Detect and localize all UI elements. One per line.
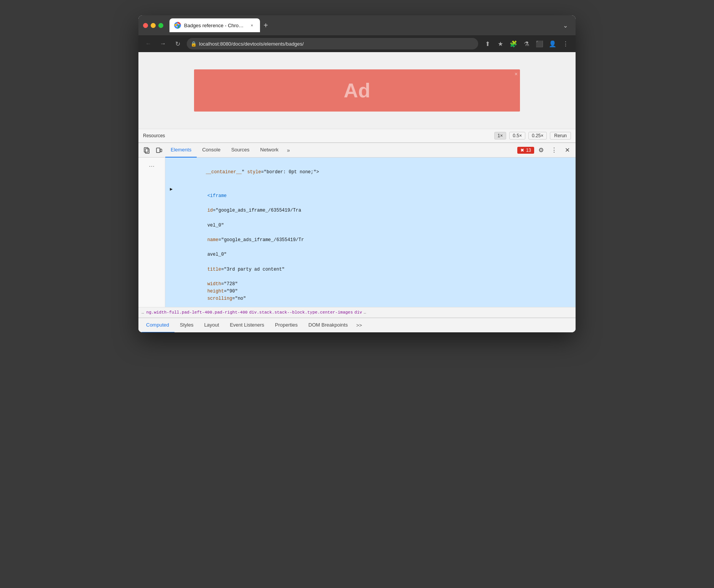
svg-rect-3	[144, 148, 148, 152]
breadcrumb-element-3[interactable]: div	[354, 310, 362, 315]
tab-sources[interactable]: Sources	[226, 143, 255, 158]
tab-dom-breakpoints[interactable]: DOM Breakpoints	[303, 318, 353, 333]
tab-network[interactable]: Network	[255, 143, 284, 158]
scale-1x-button[interactable]: 1×	[494, 132, 507, 140]
devtools-more-button[interactable]: ⋮	[548, 144, 560, 156]
error-count: 13	[526, 148, 531, 153]
dom-sidebar: ···	[138, 158, 165, 307]
tab-elements[interactable]: Elements	[165, 143, 197, 158]
maximize-button[interactable]	[158, 23, 163, 28]
bottom-more-button[interactable]: >>	[353, 322, 365, 328]
tab-console[interactable]: Console	[197, 143, 226, 158]
address-input[interactable]	[187, 38, 478, 49]
ad-close-button[interactable]: ×	[515, 71, 518, 77]
rerun-button[interactable]: Rerun	[550, 132, 571, 140]
breadcrumb-element-2[interactable]: div.stack.stack--block.type.center-image…	[249, 310, 353, 315]
extension-icon[interactable]: 🧩	[508, 38, 519, 49]
tab-layout[interactable]: Layout	[199, 318, 224, 333]
resources-bar: Resources 1× 0.5× 0.25× Rerun	[138, 129, 576, 143]
more-tabs-button[interactable]: »	[284, 147, 293, 153]
breadcrumb-dots-left: …	[141, 310, 144, 315]
share-icon[interactable]: ⬆	[482, 38, 493, 49]
error-badge[interactable]: ✖ 13	[517, 147, 534, 154]
device-icon	[156, 147, 163, 154]
breadcrumb-element-1[interactable]: ng.width-full.pad-left-400.pad-right-400	[146, 310, 248, 315]
title-bar: Badges reference - Chrome De × + ⌄	[138, 15, 576, 35]
resources-label: Resources	[143, 133, 165, 138]
svg-rect-4	[145, 149, 149, 153]
tabs-bar: Badges reference - Chrome De × + ⌄	[169, 18, 571, 32]
ad-text: Ad	[344, 79, 370, 102]
tab-title: Badges reference - Chrome De	[184, 23, 245, 28]
new-tab-button[interactable]: +	[260, 20, 271, 31]
tab-properties[interactable]: Properties	[270, 318, 303, 333]
dom-line-2: ▶ <iframe id="google_ads_iframe_/6355419…	[170, 185, 571, 307]
tab-close-button[interactable]: ×	[248, 22, 255, 29]
devtools-right-actions: ✖ 13 ⚙ ⋮ ✕	[517, 144, 573, 156]
sidebar-ellipsis: ···	[149, 162, 155, 170]
tab-event-listeners[interactable]: Event Listeners	[224, 318, 270, 333]
error-icon: ✖	[520, 148, 524, 153]
device-toolbar-button[interactable]	[153, 144, 165, 156]
dom-tree[interactable]: __container__" style="border: 0pt none;"…	[165, 158, 576, 307]
address-bar: ← → ↻ 🔒 ⬆ ★ 🧩 ⚗ ⬛ 👤 ⋮	[138, 35, 576, 52]
browser-window: Badges reference - Chrome De × + ⌄ ← → ↻…	[138, 15, 576, 332]
devtools-panel: Elements Console Sources Network » ✖ 13 …	[138, 143, 576, 332]
close-button[interactable]	[143, 23, 148, 28]
profile-icon[interactable]: 👤	[547, 38, 558, 49]
svg-rect-6	[160, 149, 162, 152]
minimize-button[interactable]	[151, 23, 156, 28]
forward-button[interactable]: →	[158, 38, 168, 49]
splitscreen-icon[interactable]: ⬛	[534, 38, 545, 49]
tab-menu-button[interactable]: ⌄	[560, 20, 571, 31]
inspect-element-button[interactable]	[141, 144, 153, 156]
settings-button[interactable]: ⚙	[535, 144, 547, 156]
chrome-favicon	[174, 22, 181, 29]
breadcrumb-dots-right: …	[364, 310, 366, 315]
devtools-bottom-tabs: Computed Styles Layout Event Listeners P…	[138, 318, 576, 332]
active-tab[interactable]: Badges reference - Chrome De ×	[169, 18, 260, 32]
menu-icon[interactable]: ⋮	[560, 38, 571, 49]
lock-icon: 🔒	[191, 41, 197, 47]
traffic-lights	[143, 23, 163, 28]
scale-05x-button[interactable]: 0.5×	[509, 132, 525, 140]
scale-025x-button[interactable]: 0.25×	[528, 132, 547, 140]
devtools-tabs: Elements Console Sources Network » ✖ 13 …	[138, 143, 576, 158]
reload-button[interactable]: ↻	[172, 38, 183, 49]
cursor-icon	[143, 147, 150, 154]
page-content: Ad ×	[138, 52, 576, 129]
experiment-icon[interactable]: ⚗	[521, 38, 532, 49]
devtools-close-button[interactable]: ✕	[561, 144, 573, 156]
address-wrap: 🔒	[187, 38, 478, 49]
tab-computed[interactable]: Computed	[141, 318, 174, 333]
tab-styles[interactable]: Styles	[174, 318, 199, 333]
svg-rect-5	[156, 148, 160, 153]
ad-banner: Ad ×	[194, 69, 520, 112]
address-actions: ⬆ ★ 🧩 ⚗ ⬛ 👤 ⋮	[482, 38, 571, 49]
devtools-body: ··· __container__" style="border: 0pt no…	[138, 158, 576, 307]
bookmark-icon[interactable]: ★	[495, 38, 506, 49]
dom-line-1: __container__" style="border: 0pt none;"…	[170, 161, 571, 184]
scale-buttons: 1× 0.5× 0.25× Rerun	[494, 132, 571, 140]
back-button[interactable]: ←	[143, 38, 154, 49]
devtools-breadcrumb: … ng.width-full.pad-left-400.pad-right-4…	[138, 307, 576, 318]
